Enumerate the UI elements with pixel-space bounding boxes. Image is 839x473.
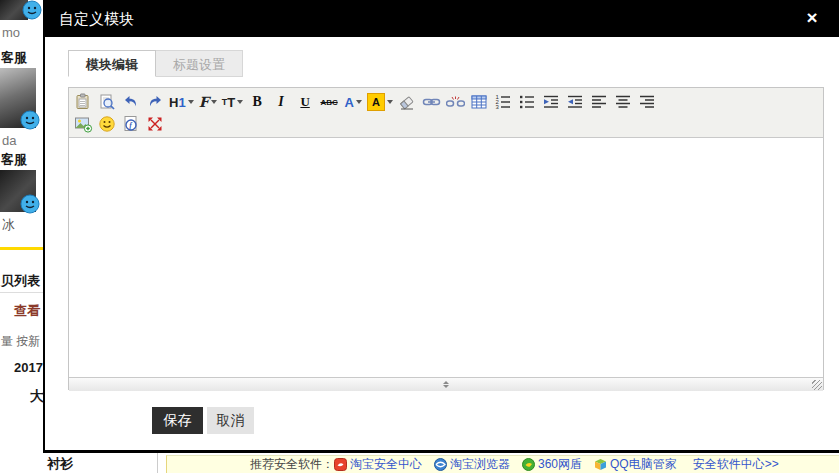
heading-h-glyph: H xyxy=(169,95,178,110)
ordered-list-icon[interactable]: 123 xyxy=(493,92,513,112)
remove-format-icon[interactable] xyxy=(397,92,417,112)
font-color-dropdown[interactable]: A xyxy=(343,92,363,112)
undo-icon[interactable] xyxy=(121,92,141,112)
chevron-down-icon xyxy=(387,100,393,104)
underline-glyph: U xyxy=(300,94,309,110)
corner-resize-grip-icon[interactable] xyxy=(812,380,822,390)
qq-manager-icon xyxy=(594,458,607,471)
link-label: 360网盾 xyxy=(538,456,582,473)
sidebar: mo 客服 da 客服 冰 贝列表 查看 量 按新 2017 大 xyxy=(0,0,43,453)
sidebar-service-label: 客服 xyxy=(1,151,27,169)
qq-status-icon xyxy=(20,110,40,130)
chevron-down-icon xyxy=(237,100,243,104)
strikethrough-glyph: ABC xyxy=(320,98,337,107)
taobao-browser-link[interactable]: 淘宝浏览器 xyxy=(434,456,510,473)
redo-icon[interactable] xyxy=(145,92,165,112)
editor-statusbar xyxy=(69,377,823,391)
emoticon-icon[interactable] xyxy=(97,114,117,134)
indent-icon[interactable] xyxy=(541,92,561,112)
rich-text-editor: H1 F TT B I U ABC A A xyxy=(68,87,824,390)
yellow-divider xyxy=(0,247,43,250)
italic-icon[interactable]: I xyxy=(271,92,291,112)
insert-link-icon[interactable] xyxy=(421,92,441,112)
security-center-more-link[interactable]: 安全软件中心>> xyxy=(693,456,779,473)
bold-icon[interactable]: B xyxy=(247,92,267,112)
fullscreen-icon[interactable] xyxy=(145,114,165,134)
divider xyxy=(157,453,158,473)
dialog-titlebar: 自定义模块 × xyxy=(45,0,839,37)
tab-title-settings[interactable]: 标题设置 xyxy=(156,50,243,77)
sidebar-clipped-text: 大 xyxy=(30,388,43,406)
link-label: QQ电脑管家 xyxy=(610,456,677,473)
sidebar-user-name: 冰 xyxy=(2,216,15,234)
taobao-security-icon xyxy=(334,458,347,471)
bold-glyph: B xyxy=(252,94,261,110)
taobao-browser-icon xyxy=(434,458,447,471)
chevron-down-icon xyxy=(188,100,194,104)
divider xyxy=(0,292,43,293)
insert-image-icon[interactable] xyxy=(73,114,93,134)
resize-handle-icon[interactable] xyxy=(438,379,454,389)
bottom-bar: 衬衫 推荐安全软件： 淘宝安全中心 淘宝浏览器 360网盾 QQ电脑管家 安全软… xyxy=(0,453,839,473)
dialog-title: 自定义模块 xyxy=(59,0,134,37)
font-size-large-glyph: T xyxy=(227,95,235,110)
editor-toolbar: H1 F TT B I U ABC A A xyxy=(69,88,823,138)
unordered-list-icon[interactable] xyxy=(517,92,537,112)
outdent-icon[interactable] xyxy=(565,92,585,112)
font-family-glyph: F xyxy=(199,94,209,110)
close-icon[interactable]: × xyxy=(801,7,823,29)
sidebar-view-link[interactable]: 查看 xyxy=(14,302,40,320)
font-color-glyph: A xyxy=(344,95,353,110)
svg-text:3: 3 xyxy=(496,104,500,110)
align-right-icon[interactable] xyxy=(637,92,657,112)
remove-link-icon[interactable] xyxy=(445,92,465,112)
highlight-swatch: A xyxy=(367,93,385,111)
background-color-glyph: A xyxy=(372,96,380,108)
font-size-dropdown[interactable]: TT xyxy=(222,92,243,112)
align-left-icon[interactable] xyxy=(589,92,609,112)
insert-flash-icon[interactable]: f xyxy=(121,114,141,134)
heading-num-glyph: 1 xyxy=(178,95,185,110)
category-label[interactable]: 衬衫 xyxy=(47,455,73,473)
chevron-down-icon xyxy=(211,100,217,104)
page: mo 客服 da 客服 冰 贝列表 查看 量 按新 2017 大 自定义模块 × xyxy=(0,0,839,473)
wangdun-360-link[interactable]: 360网盾 xyxy=(522,456,582,473)
save-button[interactable]: 保存 xyxy=(152,407,203,434)
preview-icon[interactable] xyxy=(97,92,117,112)
insert-table-icon[interactable] xyxy=(469,92,489,112)
background-color-dropdown[interactable]: A xyxy=(367,92,393,112)
paste-icon[interactable] xyxy=(73,92,93,112)
chevron-down-icon xyxy=(356,100,362,104)
security-label: 推荐安全软件： xyxy=(250,456,334,473)
sidebar-service-label: 客服 xyxy=(1,49,27,67)
dialog-tabs: 模块编辑 标题设置 xyxy=(68,50,243,77)
sidebar-year-label: 2017 xyxy=(14,360,43,375)
security-recommend-bar: 推荐安全软件： 淘宝安全中心 淘宝浏览器 360网盾 QQ电脑管家 安全软件中心… xyxy=(166,455,839,473)
underline-icon[interactable]: U xyxy=(295,92,315,112)
heading-dropdown[interactable]: H1 xyxy=(169,92,194,112)
italic-glyph: I xyxy=(278,94,283,110)
custom-module-dialog: 自定义模块 × 模块编辑 标题设置 xyxy=(43,0,839,453)
link-label: 淘宝安全中心 xyxy=(350,456,422,473)
qq-status-icon xyxy=(22,0,42,20)
sidebar-user-name: da xyxy=(2,133,16,148)
link-label: 淘宝浏览器 xyxy=(450,456,510,473)
taobao-security-link[interactable]: 淘宝安全中心 xyxy=(334,456,422,473)
font-family-dropdown[interactable]: F xyxy=(198,92,218,112)
tab-module-edit[interactable]: 模块编辑 xyxy=(68,50,156,77)
editor-content-area[interactable] xyxy=(69,138,823,377)
sidebar-user-name: mo xyxy=(2,25,20,40)
sidebar-list-title: 贝列表 xyxy=(1,272,40,290)
qq-status-icon xyxy=(20,194,40,214)
sidebar-sort-options[interactable]: 量 按新 xyxy=(1,333,40,350)
qq-pc-manager-link[interactable]: QQ电脑管家 xyxy=(594,456,677,473)
360-shield-icon xyxy=(522,458,535,471)
cancel-button[interactable]: 取消 xyxy=(207,407,254,434)
strikethrough-icon[interactable]: ABC xyxy=(319,92,339,112)
align-center-icon[interactable] xyxy=(613,92,633,112)
